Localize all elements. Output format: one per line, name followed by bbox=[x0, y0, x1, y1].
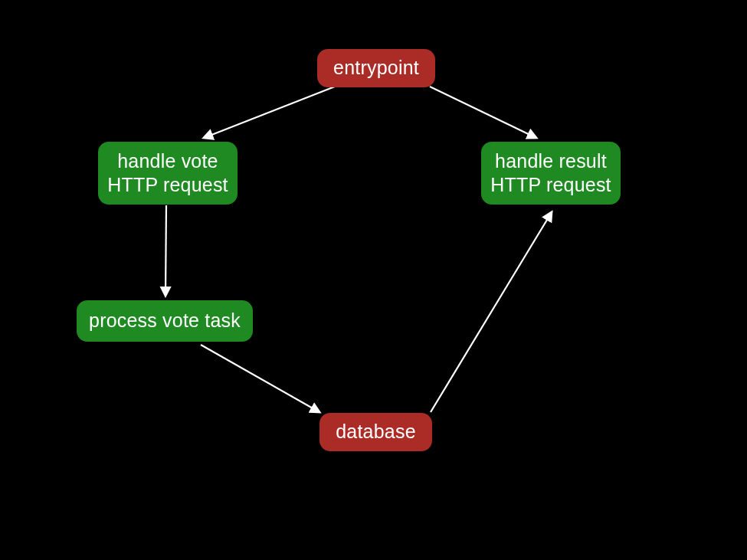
node-database: database bbox=[319, 413, 432, 451]
arrow-process-to-db bbox=[201, 345, 319, 412]
diagram-stage: entrypoint handle vote HTTP request hand… bbox=[0, 0, 747, 560]
node-process-vote: process vote task bbox=[77, 300, 253, 342]
node-handle-vote: handle vote HTTP request bbox=[98, 142, 238, 205]
node-handle-result: handle result HTTP request bbox=[481, 142, 621, 205]
arrow-entry-to-vote bbox=[204, 87, 335, 138]
arrow-db-to-result bbox=[431, 212, 552, 412]
node-entrypoint: entrypoint bbox=[317, 49, 435, 87]
arrow-vote-to-process bbox=[165, 205, 166, 296]
arrow-entry-to-result bbox=[430, 87, 536, 138]
